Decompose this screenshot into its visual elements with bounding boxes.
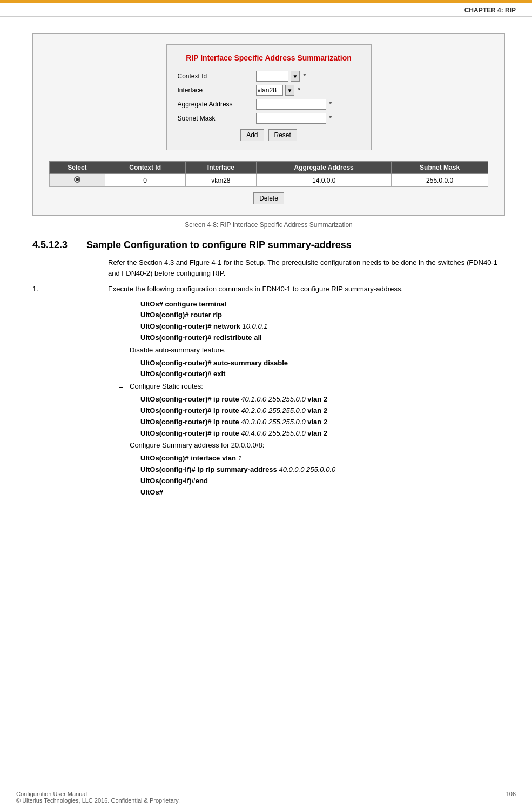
value-context-id: ▼ *: [256, 71, 306, 82]
dash-symbol-3: –: [119, 441, 130, 450]
dash-text-1: Disable auto-summary feature.: [130, 346, 226, 354]
dash-item-1: – Disable auto-summary feature.: [119, 346, 505, 355]
value-subnet: *: [256, 113, 332, 124]
cmd-italic-7: 40.0.0.0 255.0.0.0: [279, 465, 335, 473]
footer-page-number: 106: [506, 791, 516, 804]
form-row-context-id: Context Id ▼ *: [178, 71, 360, 82]
cmd-line-12: UltOs(config-if)# ip rip summary-address…: [140, 464, 505, 476]
cell-aggregate-address: 14.0.0.0: [257, 174, 392, 187]
cmd-group-3: UltOs(config-router)# ip route 40.1.0.0 …: [140, 394, 505, 439]
col-context-id: Context Id: [105, 162, 185, 174]
dialog-buttons: Add Reset: [178, 129, 360, 141]
screenshot-box: RIP Interface Specific Address Summariza…: [32, 33, 505, 216]
value-aggregate: *: [256, 99, 332, 110]
cell-radio[interactable]: [50, 174, 105, 187]
chapter-label: CHAPTER 4: RIP: [0, 3, 532, 17]
section-title: Sample Configuration to configure RIP su…: [86, 239, 352, 250]
cmd-line-8: UltOs(config-router)# ip route 40.2.0.0 …: [140, 405, 505, 417]
table-row: 0 vlan28 14.0.0.0 255.0.0.0: [50, 174, 488, 187]
section-number: 4.5.12.3: [32, 239, 68, 250]
cmd-italic-5: 40.4.0.0 255.255.0.0: [241, 429, 305, 437]
cmd-italic-2: 40.1.0.0 255.255.0.0: [241, 395, 305, 403]
cmd-line-9: UltOs(config-router)# ip route 40.3.0.0 …: [140, 417, 505, 428]
col-select: Select: [50, 162, 105, 174]
footer-manual: Configuration User Manual: [16, 791, 180, 797]
cmd-line-5: UltOs(config-router)# auto-summary disab…: [140, 358, 505, 369]
data-table: Select Context Id Interface Aggregate Ad…: [49, 161, 488, 187]
cmd-line-7: UltOs(config-router)# ip route 40.1.0.0 …: [140, 394, 505, 405]
label-interface: Interface: [178, 86, 256, 94]
cmd-line-11: UltOs(config)# interface vlan 1: [140, 453, 505, 464]
input-aggregate[interactable]: [256, 99, 326, 110]
footer: Configuration User Manual © Ulterius Tec…: [0, 786, 532, 808]
cmd-line-4: UltOs(config-router)# redistribute all: [140, 332, 505, 344]
cmd-line-3: UltOs(config-router)# network 10.0.0.1: [140, 321, 505, 332]
cmd-italic-1: 10.0.0.1: [243, 322, 268, 330]
dash-item-2: – Configure Static routes:: [119, 382, 505, 391]
cell-subnet-mask: 255.0.0.0: [392, 174, 488, 187]
select-interface[interactable]: vlan28: [256, 85, 283, 96]
dash-text-3: Configure Summary address for 20.0.0.0/8…: [130, 441, 264, 449]
add-button[interactable]: Add: [240, 129, 264, 141]
screenshot-caption: Screen 4-8: RIP Interface Specific Addre…: [32, 221, 505, 229]
required-context-id: *: [303, 72, 306, 80]
input-subnet[interactable]: [256, 113, 326, 124]
item-text: Execute the following configuration comm…: [108, 284, 403, 295]
footer-copyright: © Ulterius Technologies, LLC 2016. Confi…: [16, 797, 180, 804]
input-context-id[interactable]: [256, 71, 288, 82]
cmd-italic-4: 40.3.0.0 255.255.0.0: [241, 418, 305, 426]
col-interface: Interface: [185, 162, 257, 174]
cell-context-id: 0: [105, 174, 185, 187]
cmd-italic-3: 40.2.0.0 255.255.0.0: [241, 406, 305, 415]
cmd-group-2: UltOs(config-router)# auto-summary disab…: [140, 358, 505, 380]
form-row-subnet: Subnet Mask *: [178, 113, 360, 124]
radio-button[interactable]: [74, 176, 80, 183]
cmd-group-4: UltOs(config)# interface vlan 1 UltOs(co…: [140, 453, 505, 498]
main-content: RIP Interface Specific Address Summariza…: [0, 17, 532, 511]
cmd-line-14: UltOs#: [140, 487, 505, 498]
dropdown-context-id[interactable]: ▼: [291, 71, 300, 82]
footer-left: Configuration User Manual © Ulterius Tec…: [16, 791, 180, 804]
label-subnet: Subnet Mask: [178, 115, 256, 122]
cmd-group-1: UltOs# configure terminal UltOs(config)#…: [140, 299, 505, 344]
item-number: 1.: [32, 284, 108, 295]
required-interface: *: [298, 86, 300, 94]
dash-text-2: Configure Static routes:: [130, 382, 203, 390]
cmd-line-13: UltOs(config-if)#end: [140, 476, 505, 487]
form-row-aggregate: Aggregate Address *: [178, 99, 360, 110]
cmd-line-2: UltOs(config)# router rip: [140, 310, 505, 321]
col-aggregate-address: Aggregate Address: [257, 162, 392, 174]
dash-symbol-2: –: [119, 382, 130, 391]
delete-btn-row: Delete: [49, 192, 488, 204]
section-heading: 4.5.12.3 Sample Configuration to configu…: [32, 239, 505, 251]
dash-item-3: – Configure Summary address for 20.0.0.0…: [119, 441, 505, 450]
delete-button[interactable]: Delete: [253, 192, 284, 204]
reset-button[interactable]: Reset: [268, 129, 297, 141]
cell-interface: vlan28: [185, 174, 257, 187]
cmd-line-6: UltOs(config-router)# exit: [140, 369, 505, 380]
cmd-line-1: UltOs# configure terminal: [140, 299, 505, 310]
required-subnet: *: [329, 115, 332, 122]
col-subnet-mask: Subnet Mask: [392, 162, 488, 174]
label-aggregate: Aggregate Address: [178, 101, 256, 108]
cmd-line-10: UltOs(config-router)# ip route 40.4.0.0 …: [140, 428, 505, 439]
body-paragraph: Refer the Section 4.3 and Figure 4-1 for…: [108, 257, 505, 278]
cmd-italic-6: 1: [238, 454, 242, 462]
dialog-title: RIP Interface Specific Address Summariza…: [178, 54, 360, 62]
numbered-item-1: 1. Execute the following configuration c…: [32, 284, 505, 295]
required-aggregate: *: [329, 101, 332, 108]
dash-symbol-1: –: [119, 346, 130, 355]
dropdown-interface[interactable]: ▼: [285, 85, 295, 96]
form-row-interface: Interface vlan28 ▼ *: [178, 85, 360, 96]
label-context-id: Context Id: [178, 72, 256, 80]
dialog-box: RIP Interface Specific Address Summariza…: [166, 44, 372, 150]
value-interface: vlan28 ▼ *: [256, 85, 301, 96]
